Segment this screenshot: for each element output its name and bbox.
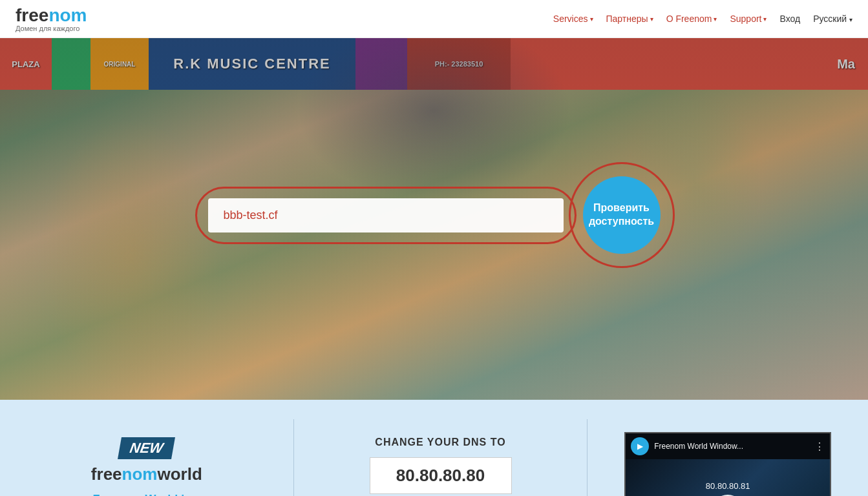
logo-free: free [16, 5, 48, 25]
chevron-down-icon: ▾ [763, 16, 767, 23]
video-section: ▶ Freenom World Window... ⋮ 80.80.80.81 … [587, 419, 868, 496]
nav-language[interactable]: Русский ▾ [813, 14, 852, 24]
logo-tagline: Домен для каждого [16, 25, 87, 32]
hero-section: PLAZA ORIGINAL R.K MUSIC CENTRE PH:- 232… [0, 38, 868, 400]
video-channel-icon: ▶ [631, 437, 649, 455]
bottom-section: NEW freenomworld Freenom World is a fast… [0, 400, 868, 496]
search-input-wrap [208, 198, 564, 232]
header: freenom Домен для каждого Services ▾ Пар… [0, 0, 868, 38]
logo: freenom Домен для каждого [16, 5, 87, 32]
dns-info: CHANGE YOUR DNS TO 80.80.80.80 80.80.81.… [294, 419, 588, 496]
freenom-world-logo: freenomworld [91, 464, 202, 484]
dns-address-1: 80.80.80.80 [370, 457, 512, 494]
video-title: Freenom World Window... [654, 442, 809, 451]
dns-change-title: CHANGE YOUR DNS TO [375, 437, 505, 448]
video-thumbnail[interactable]: ▶ Freenom World Window... ⋮ 80.80.80.81 … [624, 432, 831, 496]
search-button-wrap: Проверить доступность [583, 176, 661, 254]
logo-nom: nom [48, 5, 87, 25]
video-dns-overlay: 80.80.80.81 [706, 481, 750, 491]
logo-text: freenom [16, 5, 87, 26]
nav-login[interactable]: Вход [779, 14, 800, 24]
nav-partners[interactable]: Партнеры ▾ [606, 14, 653, 24]
chevron-down-icon: ▾ [849, 16, 852, 23]
search-area: Проверить доступность [208, 176, 661, 254]
domain-search-input[interactable] [208, 198, 564, 232]
nav-support[interactable]: Support ▾ [730, 14, 767, 24]
new-badge: NEW [118, 437, 175, 459]
video-header: ▶ Freenom World Window... ⋮ [626, 433, 830, 459]
video-menu-icon[interactable]: ⋮ [814, 440, 825, 453]
nav-services[interactable]: Services ▾ [553, 14, 593, 24]
video-body: 80.80.80.81 [626, 459, 830, 496]
chevron-down-icon: ▾ [650, 16, 653, 23]
nav-about[interactable]: О Freenom ▾ [666, 14, 717, 24]
check-availability-button[interactable]: Проверить доступность [583, 176, 661, 254]
nav: Services ▾ Партнеры ▾ О Freenom ▾ Suppor… [553, 14, 852, 24]
chevron-down-icon: ▾ [714, 16, 717, 23]
freenom-world-promo: NEW freenomworld Freenom World is a fast… [0, 419, 294, 496]
chevron-down-icon: ▾ [590, 16, 593, 23]
freenom-world-description: Freenom World is a fast and anonymous Pu… [90, 491, 203, 496]
